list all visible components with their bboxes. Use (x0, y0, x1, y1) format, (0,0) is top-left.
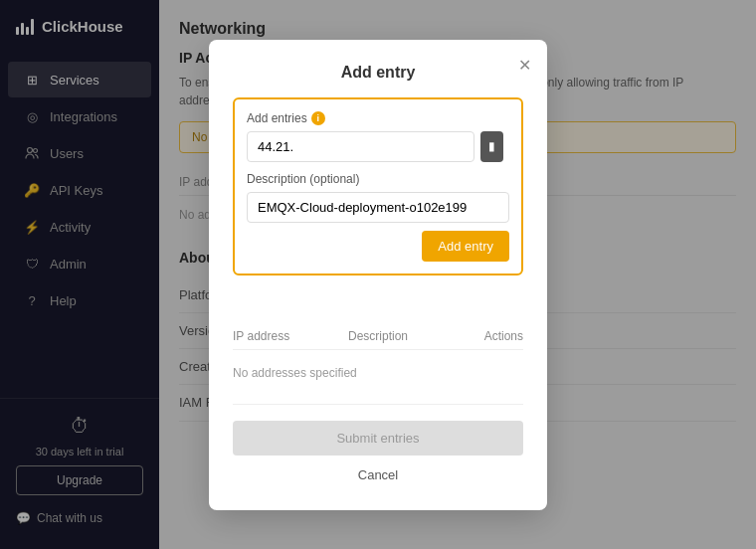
cidr-badge: ▮ (480, 131, 503, 162)
description-label: Description (optional) (247, 172, 509, 186)
add-entry-modal: Add entry ✕ Add entries i ▮ Description … (209, 40, 547, 510)
submit-entries-button[interactable]: Submit entries (233, 421, 523, 456)
add-entry-button[interactable]: Add entry (422, 231, 509, 262)
modal-col-desc: Description (348, 329, 464, 343)
modal-divider (233, 404, 523, 405)
ip-address-input[interactable] (247, 131, 474, 162)
modal-col-ip: IP address (233, 329, 348, 343)
modal-table-section: IP address Description Actions No addres… (233, 323, 523, 388)
add-entries-label: Add entries i (247, 111, 509, 125)
modal-actions: Submit entries Cancel (233, 421, 523, 486)
modal-no-addresses: No addresses specified (233, 358, 523, 388)
description-input[interactable] (247, 192, 509, 223)
close-icon: ✕ (518, 57, 531, 74)
add-entry-row: Add entry (247, 223, 509, 262)
modal-title: Add entry (233, 64, 523, 82)
ip-input-row: ▮ (247, 131, 509, 162)
modal-close-button[interactable]: ✕ (518, 56, 531, 75)
modal-table-header: IP address Description Actions (233, 323, 523, 350)
cancel-button[interactable]: Cancel (233, 463, 523, 486)
add-entries-section: Add entries i ▮ Description (optional) A… (233, 97, 523, 275)
modal-overlay[interactable]: Add entry ✕ Add entries i ▮ Description … (0, 0, 756, 549)
info-icon: i (311, 111, 325, 125)
modal-col-actions: Actions (464, 329, 523, 343)
